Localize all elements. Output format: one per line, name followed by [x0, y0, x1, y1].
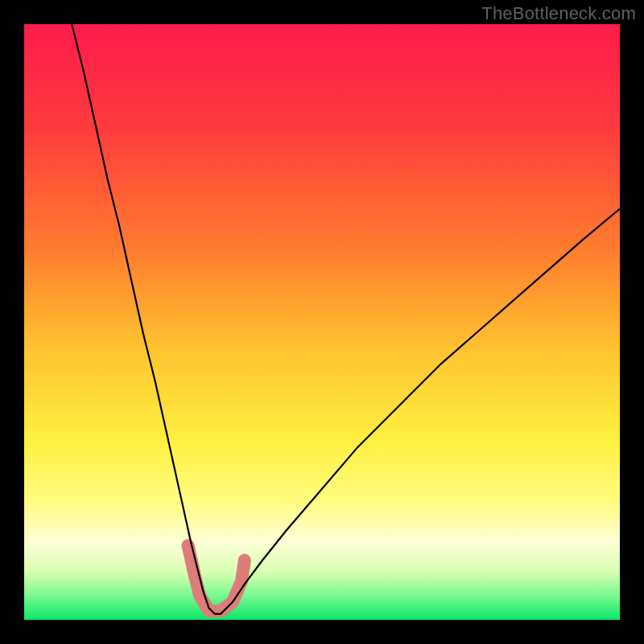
plot-area [24, 24, 620, 620]
chart-frame: TheBottleneck.com [0, 0, 644, 644]
plot-background [24, 24, 620, 620]
watermark-text: TheBottleneck.com [481, 3, 636, 24]
chart-svg [24, 24, 620, 620]
